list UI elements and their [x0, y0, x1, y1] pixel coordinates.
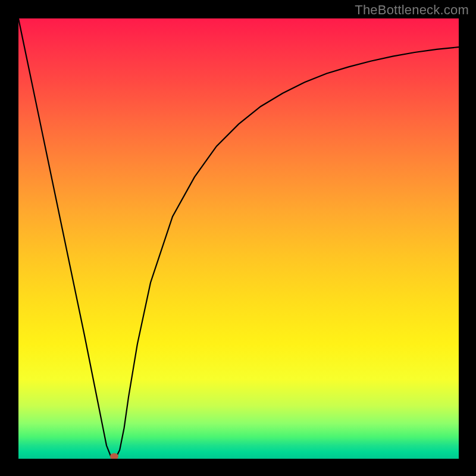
- chart-frame: TheBottleneck.com: [0, 0, 476, 476]
- bottleneck-curve-path: [18, 18, 459, 459]
- optimum-marker: [110, 453, 118, 459]
- watermark-text: TheBottleneck.com: [355, 2, 469, 18]
- plot-area: [18, 18, 459, 459]
- curve-layer: [18, 18, 459, 459]
